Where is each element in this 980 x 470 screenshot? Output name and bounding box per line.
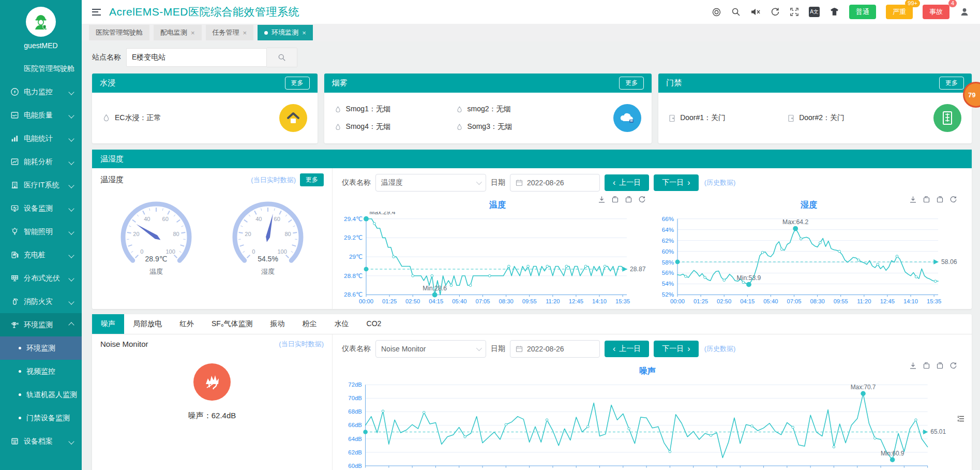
close-icon[interactable]: × <box>302 30 306 36</box>
th-controls: 仪表名称 温湿度 日期 2022-08-26 ‹ <box>342 172 964 194</box>
date-picker[interactable]: 2022-08-26 <box>510 174 600 192</box>
sidebar-subitem-video[interactable]: 视频监控 <box>0 360 82 383</box>
realtime-data-link[interactable]: (当日实时数据) <box>251 175 296 185</box>
tab-dust[interactable]: 粉尘 <box>294 314 326 334</box>
bullet-icon <box>19 417 21 419</box>
sidebar-item-power-stats[interactable]: 电能统计 <box>0 127 82 150</box>
prev-day-button[interactable]: ‹ 上一日 <box>605 174 649 191</box>
prev-day-button[interactable]: ‹ 上一日 <box>605 341 649 357</box>
sidebar-item-device-monitor[interactable]: 设备监测 <box>0 197 82 220</box>
sidebar: guestMED 医院管理驾驶舱 电力监控 电能质量 电能统计 <box>0 0 82 470</box>
history-data-link[interactable]: (历史数据) <box>704 344 736 354</box>
svg-text:07:05: 07:05 <box>787 298 801 304</box>
next-day-button[interactable]: 下一日 › <box>654 174 698 191</box>
site-name-input[interactable]: E楼变电站 <box>126 48 267 67</box>
sidebar-item-environment[interactable]: 环境监测 <box>0 313 82 336</box>
restore-left-icon[interactable] <box>611 196 619 203</box>
alarm-normal-button[interactable]: 普通 <box>849 5 876 19</box>
svg-text:02:50: 02:50 <box>717 298 731 304</box>
tab-partial-discharge[interactable]: 局部放电 <box>124 314 171 334</box>
chart-refresh-icon[interactable] <box>638 196 646 203</box>
alarm-severe-button[interactable]: 严重 99+ <box>886 5 913 19</box>
avatar[interactable] <box>26 7 56 37</box>
smoke-more-button[interactable]: 更多 <box>619 77 644 90</box>
tab-infrared[interactable]: 红外 <box>171 314 203 334</box>
search-icon[interactable] <box>731 7 741 17</box>
th-chart-pane: 仪表名称 温湿度 日期 2022-08-26 ‹ <box>333 168 972 309</box>
fullscreen-icon[interactable] <box>790 7 799 17</box>
sidebar-item-pv[interactable]: 分布式光伏 <box>0 267 82 290</box>
chart-refresh-icon[interactable] <box>949 196 957 203</box>
sidebar-subitem-rail-robot[interactable]: 轨道机器人监测 <box>0 383 82 406</box>
sidebar-subitem-door-device[interactable]: 门禁设备监测 <box>0 406 82 430</box>
sensor-icon <box>10 320 19 329</box>
data-filter-icon[interactable] <box>957 415 966 424</box>
translate-icon[interactable]: A文 <box>809 7 820 17</box>
restore-right-icon[interactable] <box>936 196 944 203</box>
restore-right-icon[interactable] <box>936 362 944 370</box>
restore-right-icon[interactable] <box>625 196 632 203</box>
tab-water-level[interactable]: 水位 <box>326 314 358 334</box>
gauge-more-button[interactable]: 更多 <box>300 173 324 186</box>
restore-left-icon[interactable] <box>923 362 930 370</box>
meter-select[interactable]: 温湿度 <box>375 174 486 192</box>
svg-text:54%: 54% <box>662 280 674 287</box>
sidebar-item-lighting[interactable]: 智能照明 <box>0 220 82 243</box>
noise-meter-select[interactable]: Noise Monitor <box>375 340 486 358</box>
sidebar-item-fire[interactable]: 消防火灾 <box>0 290 82 313</box>
door-more-button[interactable]: 更多 <box>939 77 964 90</box>
sidebar-subitem-env-monitor[interactable]: 环境监测 <box>0 336 82 360</box>
user-icon[interactable] <box>959 7 970 17</box>
tab-noise[interactable]: 噪声 <box>92 314 124 334</box>
door-card-header: 门禁 更多 <box>658 74 972 93</box>
worker-avatar-icon <box>31 11 51 32</box>
fire-extinguisher-icon <box>10 297 19 306</box>
svg-text:14:10: 14:10 <box>903 298 918 304</box>
realtime-data-link[interactable]: (当日实时数据) <box>279 340 324 349</box>
theme-shirt-icon[interactable] <box>830 7 839 17</box>
download-icon[interactable] <box>909 362 917 370</box>
sidebar-item-power-monitor[interactable]: 电力监控 <box>0 80 82 104</box>
sidebar-item-dashboard[interactable]: 医院管理驾驶舱 <box>0 57 82 80</box>
search-icon <box>278 53 286 62</box>
next-day-button[interactable]: 下一日 › <box>654 341 698 357</box>
sidebar-item-energy-analysis[interactable]: 能耗分析 <box>0 150 82 173</box>
chart-refresh-icon[interactable] <box>949 362 957 370</box>
door-big-icon <box>933 104 961 132</box>
svg-text:28.6℃: 28.6℃ <box>344 291 363 298</box>
tab-co2[interactable]: CO2 <box>358 314 390 334</box>
temperature-line-chart[interactable]: 28.6℃28.8℃29℃29.2℃29.4℃00:0001:2502:5004… <box>342 212 653 308</box>
alarm-accident-button[interactable]: 事故 4 <box>923 5 949 19</box>
tab-environment[interactable]: 环境监测 × <box>258 25 313 40</box>
svg-text:68dB: 68dB <box>348 408 362 415</box>
water-more-button[interactable]: 更多 <box>285 77 310 90</box>
search-button[interactable] <box>267 48 297 67</box>
download-icon[interactable] <box>598 196 606 203</box>
close-icon[interactable]: × <box>243 30 247 36</box>
refresh-icon[interactable] <box>771 7 780 17</box>
power-icon <box>10 87 19 96</box>
droplet-icon <box>102 114 110 122</box>
water-house-icon <box>279 104 307 132</box>
sidebar-item-power-quality[interactable]: 电能质量 <box>0 104 82 127</box>
help-ring-icon[interactable] <box>712 7 721 17</box>
close-icon[interactable]: × <box>191 30 195 36</box>
sidebar-item-device-archive[interactable]: 设备档案 <box>0 430 82 453</box>
sidebar-item-medical-it[interactable]: 医疗IT系统 <box>0 173 82 197</box>
sound-muted-icon[interactable] <box>750 7 761 17</box>
humidity-line-chart[interactable]: 52%54%56%58%60%62%64%66%00:0001:2502:500… <box>653 212 964 308</box>
tab-vibration[interactable]: 振动 <box>262 314 294 334</box>
sidebar-item-ev-charger[interactable]: 充电桩 <box>0 243 82 267</box>
chevron-left-icon: ‹ <box>613 345 615 353</box>
tab-power-distribution[interactable]: 配电监测 × <box>154 25 202 40</box>
noise-line-chart[interactable]: 60dB62dB64dB66dB68dB70dB72dB00:0000:4001… <box>342 378 953 470</box>
tab-dashboard[interactable]: 医院管理驾驶舱 <box>89 25 149 40</box>
tab-sf6-gas[interactable]: SF₆气体监测 <box>203 314 262 334</box>
noise-date-picker[interactable]: 2022-08-26 <box>510 340 600 358</box>
restore-left-icon[interactable] <box>923 196 930 203</box>
download-icon[interactable] <box>909 196 917 203</box>
collapse-menu-icon[interactable] <box>92 9 101 16</box>
history-data-link[interactable]: (历史数据) <box>704 178 736 187</box>
tab-task-manage[interactable]: 任务管理 × <box>206 25 254 40</box>
svg-text:05:40: 05:40 <box>763 298 778 304</box>
